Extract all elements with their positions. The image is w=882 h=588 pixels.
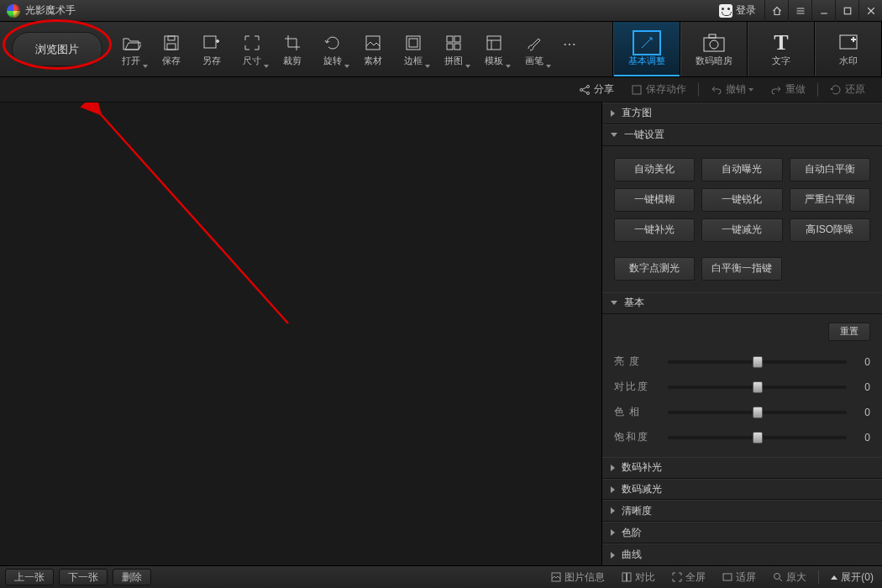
- auto-whitebalance-button[interactable]: 自动白平衡: [790, 158, 870, 181]
- expand-panel-button[interactable]: 展开(0): [831, 570, 874, 585]
- login-button[interactable]: 登录: [736, 3, 756, 18]
- brightness-row: 亮度 0: [614, 349, 870, 375]
- restore-button[interactable]: 还原: [830, 82, 865, 97]
- svg-rect-0: [844, 8, 851, 14]
- delete-image-button[interactable]: 删除: [113, 569, 151, 585]
- share-button[interactable]: 分享: [579, 82, 614, 97]
- fullscreen-button[interactable]: 全屏: [672, 570, 706, 585]
- template-tool[interactable]: 模板: [474, 22, 514, 76]
- brightness-slider[interactable]: [668, 360, 847, 364]
- size-tool[interactable]: 尺寸: [232, 22, 272, 76]
- oneclick-buttons: 自动美化 自动曝光 自动白平衡 一键模糊 一键锐化 严重白平衡 一键补光 一键减…: [602, 146, 882, 292]
- spot-meter-button[interactable]: 数字点测光: [614, 257, 695, 281]
- image-info-button[interactable]: 图片信息: [551, 570, 605, 585]
- material-tool[interactable]: 素材: [353, 22, 393, 76]
- crop-tool[interactable]: 裁剪: [272, 22, 312, 76]
- auto-beautify-button[interactable]: 自动美化: [614, 158, 695, 181]
- high-iso-button[interactable]: 高ISO降噪: [790, 218, 870, 242]
- chevron-down-icon: [506, 65, 511, 68]
- reset-button[interactable]: 重置: [828, 323, 870, 341]
- tab-watermark[interactable]: 水印: [815, 22, 882, 76]
- side-panel: 直方图 一键设置 自动美化 自动曝光 自动白平衡 一键模糊 一键锐化 严重白平衡…: [602, 102, 882, 565]
- contrast-slider[interactable]: [668, 386, 847, 389]
- svg-rect-24: [627, 573, 632, 581]
- auto-exposure-button[interactable]: 自动曝光: [701, 158, 782, 181]
- maximize-button[interactable]: [835, 0, 858, 22]
- browse-label: 浏览图片: [35, 42, 79, 57]
- chevron-down-icon: [546, 65, 551, 68]
- section-clarity[interactable]: 清晰度: [602, 500, 882, 522]
- wb-finger-button[interactable]: 白平衡一指键: [701, 257, 782, 281]
- svg-rect-9: [454, 36, 460, 42]
- title-bar: 光影魔术手 登录: [0, 0, 882, 22]
- oneclick-dimlight-button[interactable]: 一键减光: [701, 218, 782, 242]
- saturation-row: 饱和度 0: [614, 425, 870, 450]
- brush-tool[interactable]: 画笔: [514, 22, 554, 76]
- collage-tool[interactable]: 拼图: [433, 22, 474, 76]
- chevron-down-icon: [344, 65, 349, 68]
- saturation-value: 0: [853, 432, 870, 444]
- svg-rect-7: [409, 39, 417, 47]
- tab-darkroom[interactable]: 数码暗房: [680, 22, 748, 76]
- oneclick-filllight-button[interactable]: 一键补光: [614, 218, 695, 242]
- more-tool[interactable]: ⋯...: [554, 22, 585, 76]
- svg-line-21: [99, 113, 288, 323]
- svg-rect-4: [204, 36, 216, 48]
- settings-button[interactable]: [788, 0, 811, 22]
- app-title: 光影魔术手: [25, 3, 76, 18]
- sub-toolbar: 分享 保存动作 撤销 重做 还原: [0, 77, 882, 102]
- section-levels[interactable]: 色阶: [602, 522, 882, 543]
- oneclick-blur-button[interactable]: 一键模糊: [614, 188, 695, 212]
- minimize-button[interactable]: [811, 0, 835, 22]
- contrast-value: 0: [853, 381, 870, 393]
- saveas-tool[interactable]: 另存: [192, 22, 232, 76]
- section-digital-dim[interactable]: 数码减光: [602, 479, 882, 501]
- next-image-button[interactable]: 下一张: [59, 569, 108, 585]
- redo-button[interactable]: 重做: [770, 82, 806, 97]
- close-button[interactable]: [858, 0, 882, 22]
- fit-screen-button[interactable]: 适屏: [722, 570, 756, 585]
- original-size-button[interactable]: 原大: [773, 570, 806, 585]
- border-tool[interactable]: 边框: [393, 22, 433, 76]
- hue-slider[interactable]: [668, 411, 847, 414]
- svg-rect-10: [447, 44, 453, 50]
- basic-sliders: 重置 亮度 0 对比度 0 色相 0 饱和度 0: [602, 314, 882, 457]
- open-tool[interactable]: 打开: [111, 22, 151, 76]
- svg-rect-13: [704, 38, 724, 51]
- svg-rect-23: [622, 573, 627, 581]
- section-curves[interactable]: 曲线: [602, 543, 882, 565]
- image-canvas[interactable]: [0, 102, 602, 565]
- prev-image-button[interactable]: 上一张: [5, 569, 54, 585]
- saturation-slider[interactable]: [668, 436, 847, 439]
- undo-button[interactable]: 撤销: [711, 82, 753, 97]
- svg-rect-12: [487, 36, 501, 50]
- tab-text[interactable]: T文字: [748, 22, 815, 76]
- save-tool[interactable]: 保存: [151, 22, 192, 76]
- app-logo-icon: [7, 4, 20, 18]
- annotation-arrow: [0, 102, 602, 565]
- login-avatar-icon[interactable]: [719, 4, 732, 18]
- svg-rect-3: [167, 44, 176, 50]
- rotate-tool[interactable]: 旋转: [312, 22, 353, 76]
- chevron-down-icon: [264, 65, 269, 68]
- svg-rect-2: [168, 36, 175, 40]
- save-action-button[interactable]: 保存动作: [631, 82, 686, 97]
- section-digital-fill[interactable]: 数码补光: [602, 457, 882, 479]
- svg-rect-8: [447, 36, 453, 42]
- severe-wb-button[interactable]: 严重白平衡: [790, 188, 870, 212]
- browse-images-button[interactable]: 浏览图片: [12, 32, 102, 66]
- svg-rect-14: [709, 34, 716, 38]
- tab-basic-adjust[interactable]: 基本调整: [613, 22, 680, 76]
- svg-rect-5: [366, 36, 380, 50]
- compare-button[interactable]: 对比: [622, 570, 655, 585]
- main-toolbar: 浏览图片 打开 保存 另存 尺寸 裁剪 旋转 素材 边框 拼图 模板 画笔 ⋯.…: [0, 22, 882, 77]
- section-basic[interactable]: 基本: [602, 292, 882, 314]
- home-button[interactable]: [764, 0, 788, 22]
- section-histogram[interactable]: 直方图: [602, 102, 882, 124]
- chevron-down-icon: [425, 65, 430, 68]
- section-oneclick[interactable]: 一键设置: [602, 124, 882, 146]
- hue-value: 0: [853, 407, 870, 418]
- svg-rect-20: [633, 86, 641, 94]
- oneclick-sharpen-button[interactable]: 一键锐化: [701, 188, 782, 212]
- svg-rect-25: [723, 574, 732, 580]
